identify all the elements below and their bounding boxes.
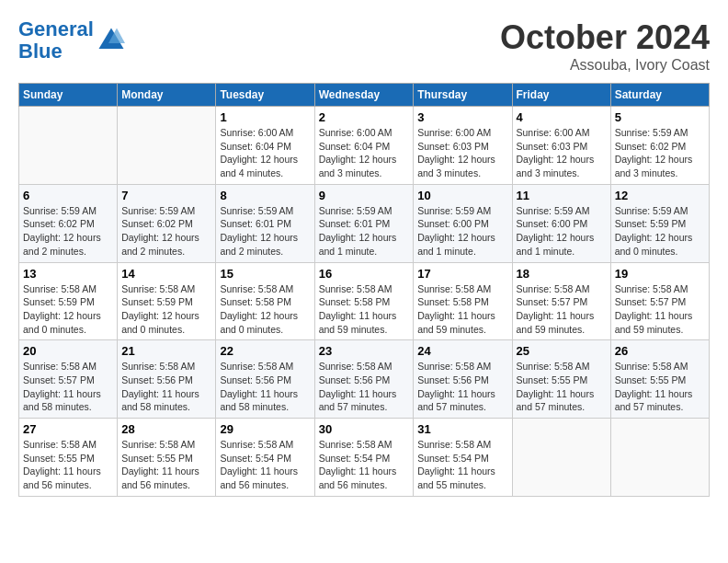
weekday-row: SundayMondayTuesdayWednesdayThursdayFrid… [19,84,710,107]
day-info: Sunrise: 6:00 AM Sunset: 6:03 PM Dayligh… [517,126,607,180]
day-number: 3 [417,110,507,124]
page-header: General Blue October 2024 Assouba, Ivory… [18,18,710,74]
day-info: Sunrise: 5:58 AM Sunset: 5:58 PM Dayligh… [220,282,310,337]
calendar-day-cell [19,107,118,185]
day-info: Sunrise: 5:58 AM Sunset: 5:54 PM Dayligh… [417,438,507,492]
day-number: 31 [417,422,507,436]
weekday-header: Monday [118,84,216,107]
day-number: 15 [220,267,310,281]
day-info: Sunrise: 5:58 AM Sunset: 5:55 PM Dayligh… [615,360,705,414]
day-number: 8 [220,189,310,202]
calendar-day-cell: 30Sunrise: 5:58 AM Sunset: 5:54 PM Dayli… [314,419,414,497]
day-info: Sunrise: 5:58 AM Sunset: 5:55 PM Dayligh… [517,360,607,414]
calendar-day-cell: 6Sunrise: 5:59 AM Sunset: 6:02 PM Daylig… [19,184,118,262]
calendar-day-cell: 18Sunrise: 5:58 AM Sunset: 5:57 PM Dayli… [512,262,610,340]
day-info: Sunrise: 5:58 AM Sunset: 5:58 PM Dayligh… [319,282,410,337]
day-info: Sunrise: 5:58 AM Sunset: 5:55 PM Dayligh… [23,438,113,492]
day-info: Sunrise: 6:00 AM Sunset: 6:03 PM Dayligh… [417,126,507,180]
day-number: 23 [319,344,410,358]
day-info: Sunrise: 5:59 AM Sunset: 6:01 PM Dayligh… [319,204,410,259]
weekday-header: Tuesday [216,84,314,107]
calendar-day-cell: 14Sunrise: 5:58 AM Sunset: 5:59 PM Dayli… [118,262,216,340]
logo: General Blue [18,18,125,63]
calendar-day-cell: 20Sunrise: 5:58 AM Sunset: 5:57 PM Dayli… [19,340,118,419]
calendar-day-cell: 17Sunrise: 5:58 AM Sunset: 5:58 PM Dayli… [414,262,512,340]
day-number: 1 [220,110,310,124]
calendar-day-cell: 19Sunrise: 5:58 AM Sunset: 5:57 PM Dayli… [610,262,709,340]
day-number: 13 [23,267,113,281]
day-number: 17 [417,267,507,281]
calendar-table: SundayMondayTuesdayWednesdayThursdayFrid… [18,83,710,497]
weekday-header: Sunday [19,84,118,107]
calendar-day-cell: 15Sunrise: 5:58 AM Sunset: 5:58 PM Dayli… [216,262,314,340]
day-number: 26 [615,344,705,358]
calendar-day-cell: 1Sunrise: 6:00 AM Sunset: 6:04 PM Daylig… [216,107,314,185]
day-info: Sunrise: 5:58 AM Sunset: 5:54 PM Dayligh… [220,438,310,492]
weekday-header: Friday [512,84,610,107]
day-info: Sunrise: 6:00 AM Sunset: 6:04 PM Dayligh… [319,126,410,180]
day-info: Sunrise: 5:58 AM Sunset: 5:58 PM Dayligh… [417,282,507,337]
calendar-day-cell: 11Sunrise: 5:59 AM Sunset: 6:00 PM Dayli… [512,184,610,262]
logo-text: General Blue [18,18,94,63]
day-number: 20 [23,344,113,358]
day-number: 9 [319,189,410,202]
calendar-week-row: 20Sunrise: 5:58 AM Sunset: 5:57 PM Dayli… [19,340,710,419]
day-number: 25 [517,344,607,358]
day-info: Sunrise: 5:59 AM Sunset: 6:02 PM Dayligh… [615,126,705,180]
calendar-day-cell: 21Sunrise: 5:58 AM Sunset: 5:56 PM Dayli… [118,340,216,419]
day-number: 18 [517,267,607,281]
calendar-day-cell: 16Sunrise: 5:58 AM Sunset: 5:58 PM Dayli… [314,262,414,340]
calendar-day-cell: 24Sunrise: 5:58 AM Sunset: 5:56 PM Dayli… [414,340,512,419]
calendar-day-cell: 9Sunrise: 5:59 AM Sunset: 6:01 PM Daylig… [314,184,414,262]
calendar-day-cell: 7Sunrise: 5:59 AM Sunset: 6:02 PM Daylig… [118,184,216,262]
day-number: 22 [220,344,310,358]
day-info: Sunrise: 5:58 AM Sunset: 5:57 PM Dayligh… [615,282,705,337]
day-info: Sunrise: 5:58 AM Sunset: 5:55 PM Dayligh… [121,438,211,492]
calendar-body: 1Sunrise: 6:00 AM Sunset: 6:04 PM Daylig… [19,107,710,497]
day-number: 21 [121,344,211,358]
day-info: Sunrise: 6:00 AM Sunset: 6:04 PM Dayligh… [220,126,310,180]
calendar-day-cell: 10Sunrise: 5:59 AM Sunset: 6:00 PM Dayli… [414,184,512,262]
calendar-day-cell: 4Sunrise: 6:00 AM Sunset: 6:03 PM Daylig… [512,107,610,185]
calendar-week-row: 27Sunrise: 5:58 AM Sunset: 5:55 PM Dayli… [19,419,710,497]
month-title: October 2024 [500,18,710,57]
day-number: 14 [121,267,211,281]
day-number: 28 [121,422,211,436]
weekday-header: Thursday [414,84,512,107]
day-info: Sunrise: 5:58 AM Sunset: 5:56 PM Dayligh… [417,360,507,414]
calendar-day-cell: 22Sunrise: 5:58 AM Sunset: 5:56 PM Dayli… [216,340,314,419]
day-number: 29 [220,422,310,436]
day-number: 5 [615,110,705,124]
calendar-day-cell: 25Sunrise: 5:58 AM Sunset: 5:55 PM Dayli… [512,340,610,419]
weekday-header: Saturday [610,84,709,107]
day-info: Sunrise: 5:58 AM Sunset: 5:54 PM Dayligh… [319,438,410,492]
calendar-day-cell: 8Sunrise: 5:59 AM Sunset: 6:01 PM Daylig… [216,184,314,262]
calendar-week-row: 13Sunrise: 5:58 AM Sunset: 5:59 PM Dayli… [19,262,710,340]
calendar-day-cell: 26Sunrise: 5:58 AM Sunset: 5:55 PM Dayli… [610,340,709,419]
day-number: 30 [319,422,410,436]
day-info: Sunrise: 5:58 AM Sunset: 5:59 PM Dayligh… [23,282,113,337]
calendar-day-cell [610,419,709,497]
calendar-day-cell: 2Sunrise: 6:00 AM Sunset: 6:04 PM Daylig… [314,107,414,185]
day-info: Sunrise: 5:58 AM Sunset: 5:57 PM Dayligh… [517,282,607,337]
calendar-day-cell [512,419,610,497]
day-info: Sunrise: 5:59 AM Sunset: 6:02 PM Dayligh… [23,204,113,259]
day-info: Sunrise: 5:58 AM Sunset: 5:56 PM Dayligh… [121,360,211,414]
calendar-day-cell: 29Sunrise: 5:58 AM Sunset: 5:54 PM Dayli… [216,419,314,497]
calendar-week-row: 6Sunrise: 5:59 AM Sunset: 6:02 PM Daylig… [19,184,710,262]
title-block: October 2024 Assouba, Ivory Coast [500,18,710,74]
calendar-day-cell: 23Sunrise: 5:58 AM Sunset: 5:56 PM Dayli… [314,340,414,419]
day-info: Sunrise: 5:58 AM Sunset: 5:56 PM Dayligh… [319,360,410,414]
day-info: Sunrise: 5:58 AM Sunset: 5:57 PM Dayligh… [23,360,113,414]
day-number: 27 [23,422,113,436]
day-number: 19 [615,267,705,281]
day-number: 4 [517,110,607,124]
day-info: Sunrise: 5:59 AM Sunset: 6:02 PM Dayligh… [121,204,211,259]
calendar-day-cell: 5Sunrise: 5:59 AM Sunset: 6:02 PM Daylig… [610,107,709,185]
calendar-day-cell [118,107,216,185]
calendar-day-cell: 13Sunrise: 5:58 AM Sunset: 5:59 PM Dayli… [19,262,118,340]
day-number: 10 [417,189,507,202]
weekday-header: Wednesday [314,84,414,107]
day-number: 11 [517,189,607,202]
day-number: 2 [319,110,410,124]
